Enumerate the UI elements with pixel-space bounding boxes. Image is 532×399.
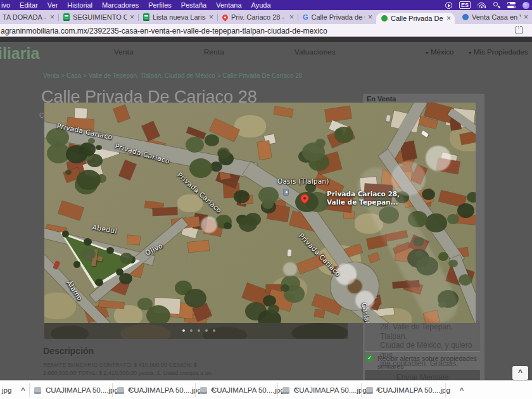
transit-station-icon[interactable] <box>283 189 289 196</box>
google-g-favicon: G <box>303 13 308 21</box>
tree <box>77 170 101 190</box>
gallery-dot[interactable] <box>205 329 208 332</box>
nav-renta[interactable]: Renta <box>204 48 224 56</box>
site-logo[interactable]: iliaria <box>0 44 39 63</box>
tab-seguimiento[interactable]: SEGUIMIENTO CLIENTES L × <box>58 10 138 24</box>
tab-title: Calle Privada de Cariaco, N <box>312 13 365 21</box>
download-item[interactable]: CUAJIMALPA 50....jpg ^ <box>29 381 112 399</box>
tab-google-maps[interactable]: Priv. Cariaco 28 - Google M × <box>217 10 298 24</box>
tab-drive[interactable]: TA DORADA - Google D × <box>0 10 58 24</box>
share-icon[interactable] <box>516 26 522 34</box>
tree <box>120 253 133 264</box>
close-icon[interactable]: × <box>50 13 54 21</box>
tree <box>84 238 92 246</box>
menu-historial[interactable]: Historial <box>67 1 92 9</box>
menu-perfiles[interactable]: Perfiles <box>148 1 172 9</box>
tree <box>459 274 472 286</box>
wifi-icon[interactable] <box>478 2 486 8</box>
gallery-dot[interactable] <box>182 329 185 332</box>
tab-title: Calle Privada De Cariaco 2 <box>391 15 443 22</box>
alerts-row: ✓ Recibir alertas sobre propiedades simi… <box>366 355 484 370</box>
chrome-toolbar: agraninmobiliaria.com.mx/2392235-casa-en… <box>0 24 532 37</box>
send-message-button[interactable]: Enviar Mensaje <box>365 370 480 380</box>
building-roof <box>142 121 160 141</box>
tree <box>73 261 80 268</box>
menu-editar[interactable]: Editar <box>20 1 38 9</box>
tree <box>106 247 114 254</box>
download-item[interactable]: CUAJIMALPA 50....jpg ^ <box>277 381 361 399</box>
tree <box>302 142 325 162</box>
tab-separator <box>217 14 218 21</box>
station-label: Oasis (Tlalpan) <box>277 177 329 185</box>
gallery-dot[interactable] <box>190 329 193 332</box>
sheets-favicon <box>63 13 70 21</box>
nav-my-properties-dropdown[interactable]: ▾Mis Propiedades <box>469 48 528 56</box>
input-source-badge[interactable]: ES <box>459 1 471 9</box>
menu-marcadores[interactable]: Marcadores <box>102 1 139 9</box>
nav-country-dropdown[interactable]: ▾México <box>426 48 453 56</box>
address-bar[interactable]: agraninmobiliaria.com.mx/2392235-casa-en… <box>1 27 327 35</box>
gallery-dot[interactable] <box>213 329 215 332</box>
download-item[interactable]: jpg ^ <box>0 381 29 399</box>
car <box>421 130 429 137</box>
downloads-bar: jpg ^ CUAJIMALPA 50....jpg ^ CUAJIMALPA … <box>0 380 532 399</box>
contact-message-textarea[interactable]: 28, Valle de Tepepan, Tlalpan, Ciudad de… <box>365 320 480 352</box>
download-item[interactable]: CUAJIMALPA 50....jpg ^ <box>112 381 195 399</box>
nav-venta[interactable]: Venta <box>114 48 134 56</box>
pin-label-line2: Valle de Tepepan... <box>327 198 398 206</box>
tree <box>186 137 204 153</box>
tree <box>334 127 353 143</box>
scroll-to-top-button[interactable]: ^ <box>512 366 528 380</box>
site-favicon <box>381 15 388 22</box>
satellite-map[interactable]: Privada Cariaco Privada Cariaco Privada … <box>44 103 476 323</box>
building-roof <box>368 253 379 263</box>
gallery-dot[interactable] <box>198 329 200 332</box>
download-filename: CUAJIMALPA 50....jpg <box>46 386 118 394</box>
spotlight-search-icon[interactable] <box>493 1 500 9</box>
gallery-shadow <box>120 324 171 339</box>
breadcrumb[interactable]: Venta > Casa > Valle de Tepepan, Tlalpan… <box>43 72 302 79</box>
tree <box>96 145 102 150</box>
menu-ventana[interactable]: Ventana <box>216 1 241 9</box>
download-filename: jpg <box>2 386 11 394</box>
control-center-icon[interactable] <box>507 2 516 9</box>
close-icon[interactable]: × <box>524 13 528 21</box>
close-icon[interactable]: × <box>289 13 294 21</box>
download-item[interactable]: CUAJIMALPA 50....jpg ^ <box>361 381 445 399</box>
site-favicon-blue <box>462 14 469 20</box>
message-line: 28, Valle de Tepepan, Tlalpan, <box>380 322 476 341</box>
tab-venta-casa[interactable]: Venta Casa en Valle de Tep × <box>457 10 532 24</box>
tree <box>62 231 69 238</box>
tree <box>184 289 206 308</box>
close-icon[interactable]: × <box>446 15 451 22</box>
subtitle-fragment: C <box>39 112 44 119</box>
tab-lista-nueva[interactable]: Lista nueva Larisa - Hojas d × <box>138 10 217 24</box>
pin-label-line1: Privada Cariaco 28, <box>327 190 400 198</box>
divider <box>277 383 278 397</box>
menu-ayuda[interactable]: Ayuda <box>251 1 271 9</box>
close-icon[interactable]: × <box>209 13 213 21</box>
siri-icon[interactable] <box>522 2 529 9</box>
alerts-checkbox[interactable]: ✓ <box>366 355 373 362</box>
site-topbar <box>0 37 532 42</box>
download-item[interactable]: CUAJIMALPA 50....jpg ^ <box>195 381 277 399</box>
tree <box>239 216 257 232</box>
tab-separator <box>298 14 298 21</box>
menu-pestana[interactable]: Pestaña <box>181 1 206 9</box>
download-filename: CUAJIMALPA 50....jpg <box>129 386 201 394</box>
chevron-up-icon[interactable]: ^ <box>21 386 25 394</box>
screen-record-icon[interactable] <box>445 2 452 9</box>
tab-title: Venta Casa en Valle de Tep <box>472 13 521 21</box>
photo-gallery-strip[interactable] <box>44 323 348 339</box>
menu-archivo[interactable]: ivo <box>1 1 10 9</box>
chevron-up-icon[interactable]: ^ <box>460 386 464 394</box>
menu-ver[interactable]: Ver <box>48 1 58 9</box>
nav-valuaciones[interactable]: Valuaciones <box>294 48 336 56</box>
close-icon[interactable]: × <box>368 13 372 21</box>
sheets-favicon <box>143 13 149 21</box>
close-icon[interactable]: × <box>130 13 134 21</box>
download-filename: CUAJIMALPA 50....jpg <box>294 386 367 394</box>
tab-active-listing[interactable]: Calle Privada De Cariaco 2 × <box>376 13 455 24</box>
divider <box>29 383 30 397</box>
tab-google-search[interactable]: G Calle Privada de Cariaco, N × <box>298 10 376 24</box>
